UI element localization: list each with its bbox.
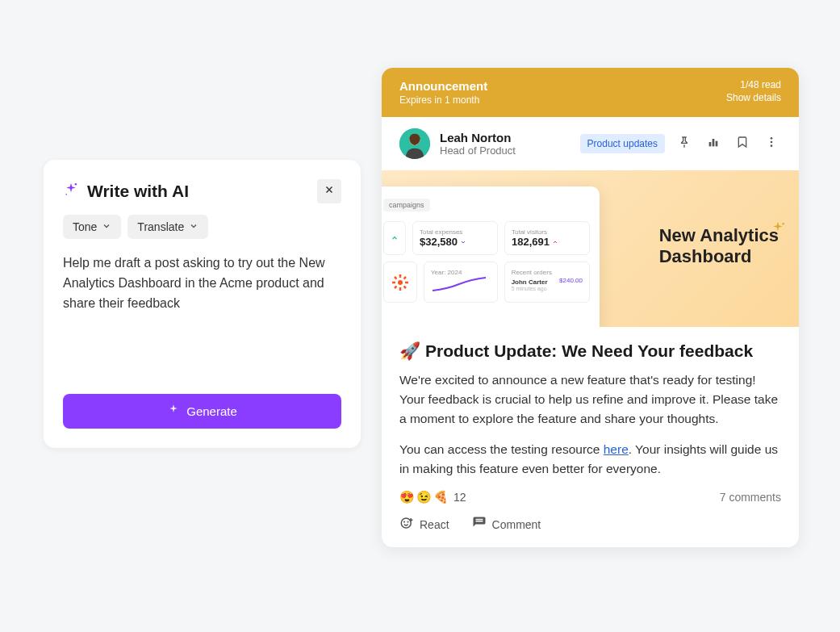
- author-role: Head of Product: [440, 144, 570, 157]
- bookmark-button[interactable]: [733, 134, 752, 153]
- svg-rect-4: [709, 142, 712, 146]
- dash-tab: campaigns: [383, 199, 430, 211]
- ai-title-wrap: Write with AI: [63, 182, 189, 201]
- svg-point-21: [404, 521, 405, 522]
- comment-icon: [472, 516, 487, 533]
- svg-rect-6: [716, 141, 718, 147]
- dash-order-sub: 5 minutes ago: [512, 286, 583, 291]
- rocket-icon: 🚀: [399, 341, 420, 361]
- hero-title: New Analytics Dashboard: [659, 225, 779, 268]
- announcement-bar: Announcement Expires in 1 month 1/48 rea…: [382, 68, 799, 117]
- svg-point-7: [771, 137, 773, 140]
- ai-panel-title: Write with AI: [87, 182, 189, 201]
- reactions-row: 😍 😉 🍕 12 7 comments: [399, 490, 781, 504]
- author-name: Leah Norton: [440, 131, 570, 144]
- hero-title-line2: Dashboard: [659, 246, 752, 266]
- tool-row: Tone Translate: [63, 215, 341, 239]
- bookmark-icon: [736, 136, 749, 152]
- comments-count[interactable]: 7 comments: [720, 491, 781, 504]
- author-bar: Leah Norton Head of Product Product upda…: [382, 117, 799, 170]
- translate-dropdown[interactable]: Translate: [127, 215, 208, 239]
- generate-label: Generate: [186, 404, 237, 418]
- reaction-emoji: 😍: [399, 490, 415, 504]
- dash-card-label: Total expenses: [420, 228, 491, 236]
- actions-row: React Comment: [399, 513, 781, 533]
- reaction-emoji: 😉: [416, 490, 432, 504]
- svg-point-22: [407, 521, 408, 522]
- more-button[interactable]: [762, 134, 781, 153]
- resource-link[interactable]: here: [604, 442, 629, 456]
- chevron-down-icon: [189, 220, 199, 233]
- react-icon: [399, 516, 414, 533]
- reaction-emoji: 🍕: [433, 490, 449, 504]
- svg-point-8: [771, 141, 773, 144]
- tone-dropdown[interactable]: Tone: [63, 215, 121, 239]
- avatar[interactable]: [399, 128, 430, 159]
- dash-year: Year: 2024: [431, 269, 491, 276]
- category-tag[interactable]: Product updates: [580, 134, 665, 153]
- announcement-right: 1/48 read Show details: [726, 79, 781, 103]
- dash-card-label: Total visitors: [512, 228, 583, 236]
- bar-chart-icon: [707, 136, 720, 152]
- sparkle-icon: [167, 404, 180, 419]
- dash-expenses-card: Total expenses $32,580: [412, 221, 498, 255]
- react-label: React: [420, 518, 449, 531]
- svg-line-18: [404, 277, 407, 279]
- ai-prompt-text[interactable]: Help me draft a post asking to try out t…: [63, 253, 341, 313]
- dash-logo: [383, 262, 417, 303]
- author-info: Leah Norton Head of Product: [440, 131, 570, 157]
- ai-panel-header: Write with AI: [63, 179, 341, 203]
- post-body: 🚀 Product Update: We Need Your feedback …: [382, 327, 799, 547]
- svg-line-15: [395, 277, 397, 279]
- hero-image: campaigns Total expenses $32,580 Total v…: [382, 170, 799, 327]
- dash-chart-card: Year: 2024: [424, 262, 498, 303]
- reaction-emojis[interactable]: 😍 😉 🍕 12: [399, 490, 466, 504]
- para2-prefix: You can access the testing resource: [399, 442, 604, 456]
- pin-icon: [678, 136, 691, 152]
- svg-line-16: [404, 286, 407, 288]
- generate-button[interactable]: Generate: [63, 394, 341, 429]
- svg-line-17: [395, 286, 397, 288]
- read-status: 1/48 read: [726, 79, 781, 90]
- close-button[interactable]: [317, 179, 341, 203]
- announcement-left: Announcement Expires in 1 month: [399, 79, 487, 106]
- dash-orders-label: Recent orders: [512, 269, 583, 276]
- announcement-expires: Expires in 1 month: [399, 94, 487, 106]
- write-ai-panel: Write with AI Tone Translate Help me dra…: [44, 160, 361, 448]
- close-icon: [324, 184, 335, 199]
- sparkle-icon: [63, 182, 79, 201]
- svg-rect-5: [713, 139, 715, 146]
- svg-point-10: [398, 280, 403, 285]
- analytics-button[interactable]: [704, 134, 723, 153]
- reaction-count: 12: [453, 491, 466, 504]
- post-paragraph: We're excited to announce a new feature …: [399, 370, 781, 429]
- more-vertical-icon: [765, 136, 778, 152]
- tone-label: Tone: [73, 220, 97, 233]
- hero-title-line1: New Analytics: [659, 225, 779, 245]
- translate-label: Translate: [137, 220, 184, 233]
- comment-label: Comment: [492, 518, 541, 531]
- announcement-label: Announcement: [399, 79, 487, 93]
- svg-point-19: [782, 223, 784, 225]
- chevron-down-icon: [102, 220, 111, 233]
- dash-card-value: 182,691: [512, 236, 550, 248]
- react-button[interactable]: React: [399, 516, 449, 533]
- post-title-text: Product Update: We Need Your feedback: [425, 341, 753, 361]
- svg-point-9: [771, 144, 773, 147]
- post-title: 🚀 Product Update: We Need Your feedback: [399, 341, 781, 361]
- svg-point-1: [65, 194, 67, 195]
- show-details-link[interactable]: Show details: [726, 92, 781, 103]
- dashboard-preview: campaigns Total expenses $32,580 Total v…: [382, 186, 600, 327]
- dash-order-price: $240.00: [559, 277, 583, 284]
- post-card: Announcement Expires in 1 month 1/48 rea…: [382, 68, 799, 547]
- svg-point-0: [75, 183, 77, 186]
- dash-card-value: $32,580: [420, 236, 458, 248]
- dash-orders-card: Recent orders John Carter 5 minutes ago …: [504, 262, 590, 303]
- comment-button[interactable]: Comment: [472, 516, 541, 533]
- post-paragraph: You can access the testing resource here…: [399, 440, 781, 479]
- dash-arrow-card: [383, 221, 406, 255]
- dash-visitors-card: Total visitors 182,691: [504, 221, 590, 255]
- pin-button[interactable]: [675, 134, 694, 153]
